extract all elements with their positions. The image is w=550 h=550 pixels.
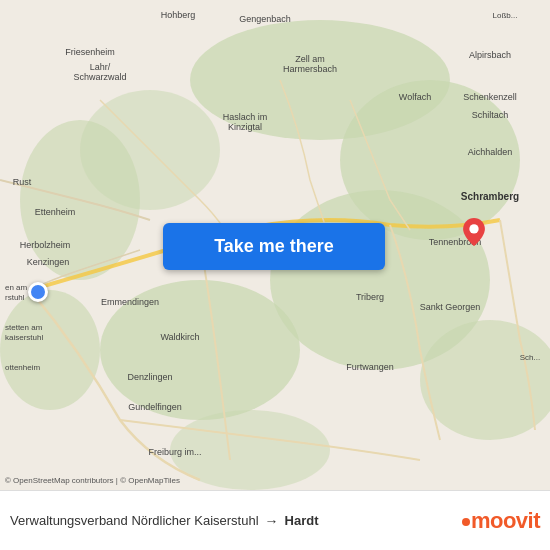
svg-text:Triberg: Triberg: [356, 292, 384, 302]
moovit-dot: [462, 518, 470, 526]
origin-marker: [28, 282, 48, 302]
destination-marker: [460, 218, 488, 246]
map-container: Hohberg Gengenbach Loßb... Friesenheim L…: [0, 0, 550, 490]
svg-text:Zell am: Zell am: [295, 54, 325, 64]
svg-text:Sankt Georgen: Sankt Georgen: [420, 302, 481, 312]
moovit-brand-text: moovit: [462, 510, 540, 532]
svg-text:Schramberg: Schramberg: [461, 191, 519, 202]
svg-text:Loßb...: Loßb...: [493, 11, 518, 20]
svg-text:Wolfach: Wolfach: [399, 92, 431, 102]
svg-text:Freiburg im...: Freiburg im...: [148, 447, 201, 457]
svg-text:Furtwangen: Furtwangen: [346, 362, 394, 372]
svg-text:kaiserstuhl: kaiserstuhl: [5, 333, 43, 342]
svg-text:ottenheim: ottenheim: [5, 363, 40, 372]
svg-text:Hohberg: Hohberg: [161, 10, 196, 20]
svg-text:stetten am: stetten am: [5, 323, 43, 332]
svg-point-46: [469, 224, 478, 233]
take-me-there-button[interactable]: Take me there: [163, 223, 385, 270]
moovit-logo: moovit: [462, 510, 540, 532]
footer: Verwaltungsverband Nördlicher Kaiserstuh…: [0, 490, 550, 550]
footer-left: Verwaltungsverband Nördlicher Kaiserstuh…: [10, 513, 452, 529]
svg-text:Gundelfingen: Gundelfingen: [128, 402, 182, 412]
svg-text:Schwarzwald: Schwarzwald: [73, 72, 126, 82]
svg-text:Aichhalden: Aichhalden: [468, 147, 513, 157]
route-destination: Hardt: [285, 513, 319, 528]
svg-text:Schiltach: Schiltach: [472, 110, 509, 120]
route-info: Verwaltungsverband Nördlicher Kaiserstuh…: [10, 513, 452, 529]
svg-text:Ettenheim: Ettenheim: [35, 207, 76, 217]
svg-text:Herbolzheim: Herbolzheim: [20, 240, 71, 250]
svg-text:Harmersbach: Harmersbach: [283, 64, 337, 74]
svg-text:Haslach im: Haslach im: [223, 112, 268, 122]
svg-text:rstuhl: rstuhl: [5, 293, 25, 302]
svg-text:en am: en am: [5, 283, 28, 292]
svg-text:Alpirsbach: Alpirsbach: [469, 50, 511, 60]
route-arrow: →: [265, 513, 279, 529]
svg-text:Friesenheim: Friesenheim: [65, 47, 115, 57]
svg-text:Schenkenzell: Schenkenzell: [463, 92, 517, 102]
svg-text:Kenzingen: Kenzingen: [27, 257, 70, 267]
svg-text:Sch...: Sch...: [520, 353, 540, 362]
svg-text:Emmendingen: Emmendingen: [101, 297, 159, 307]
svg-text:Rust: Rust: [13, 177, 32, 187]
svg-text:Gengenbach: Gengenbach: [239, 14, 291, 24]
svg-text:© OpenStreetMap contributors |: © OpenStreetMap contributors | © OpenMap…: [5, 476, 180, 485]
svg-text:Denzlingen: Denzlingen: [127, 372, 172, 382]
svg-point-7: [0, 290, 100, 410]
svg-text:Lahr/: Lahr/: [90, 62, 111, 72]
route-origin: Verwaltungsverband Nördlicher Kaiserstuh…: [10, 513, 259, 528]
svg-text:Kinzigtal: Kinzigtal: [228, 122, 262, 132]
svg-text:Waldkirch: Waldkirch: [160, 332, 199, 342]
